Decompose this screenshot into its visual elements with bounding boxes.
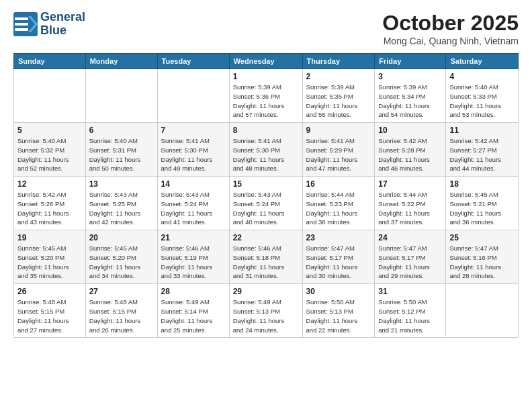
day-number: 19 <box>17 233 82 242</box>
calendar-cell: 21Sunrise: 5:46 AM Sunset: 5:19 PM Dayli… <box>157 230 229 284</box>
calendar-cell: 30Sunrise: 5:50 AM Sunset: 5:13 PM Dayli… <box>302 284 375 338</box>
week-row-1: 5Sunrise: 5:40 AM Sunset: 5:32 PM Daylig… <box>14 123 519 177</box>
col-header-tuesday: Tuesday <box>157 54 229 69</box>
calendar-cell: 16Sunrise: 5:44 AM Sunset: 5:23 PM Dayli… <box>302 177 375 230</box>
title-block: October 2025 Mong Cai, Quang Ninh, Vietn… <box>382 11 519 46</box>
day-info: Sunrise: 5:41 AM Sunset: 5:30 PM Dayligh… <box>233 136 299 173</box>
day-number: 10 <box>378 126 442 135</box>
day-info: Sunrise: 5:50 AM Sunset: 5:12 PM Dayligh… <box>378 298 442 334</box>
page: General Blue October 2025 Mong Cai, Quan… <box>0 0 532 345</box>
day-number: 15 <box>233 179 299 189</box>
day-number: 1 <box>233 72 299 81</box>
day-info: Sunrise: 5:47 AM Sunset: 5:17 PM Dayligh… <box>378 244 442 281</box>
day-info: Sunrise: 5:44 AM Sunset: 5:22 PM Dayligh… <box>378 190 442 227</box>
day-info: Sunrise: 5:42 AM Sunset: 5:27 PM Dayligh… <box>449 136 515 173</box>
calendar-cell: 23Sunrise: 5:47 AM Sunset: 5:17 PM Dayli… <box>302 230 375 284</box>
day-number: 26 <box>17 287 82 296</box>
week-row-4: 26Sunrise: 5:48 AM Sunset: 5:15 PM Dayli… <box>14 284 519 338</box>
day-number: 16 <box>306 179 371 189</box>
calendar-header-row: SundayMondayTuesdayWednesdayThursdayFrid… <box>14 54 519 69</box>
header: General Blue October 2025 Mong Cai, Quan… <box>13 11 519 46</box>
day-info: Sunrise: 5:50 AM Sunset: 5:13 PM Dayligh… <box>306 298 371 334</box>
day-info: Sunrise: 5:39 AM Sunset: 5:35 PM Dayligh… <box>306 83 371 120</box>
calendar-cell: 12Sunrise: 5:42 AM Sunset: 5:26 PM Dayli… <box>14 177 86 230</box>
day-info: Sunrise: 5:49 AM Sunset: 5:13 PM Dayligh… <box>233 298 299 334</box>
day-number: 21 <box>161 233 226 242</box>
calendar-cell: 31Sunrise: 5:50 AM Sunset: 5:12 PM Dayli… <box>375 284 446 338</box>
calendar-cell: 27Sunrise: 5:48 AM Sunset: 5:15 PM Dayli… <box>85 284 157 338</box>
calendar-cell: 29Sunrise: 5:49 AM Sunset: 5:13 PM Dayli… <box>229 284 302 338</box>
logo-text: General Blue <box>40 11 85 38</box>
month-title: October 2025 <box>382 11 519 36</box>
week-row-3: 19Sunrise: 5:45 AM Sunset: 5:20 PM Dayli… <box>14 230 519 284</box>
calendar-cell: 6Sunrise: 5:40 AM Sunset: 5:31 PM Daylig… <box>85 123 157 177</box>
day-info: Sunrise: 5:45 AM Sunset: 5:20 PM Dayligh… <box>89 244 154 281</box>
day-number: 22 <box>233 233 299 242</box>
day-number: 14 <box>161 179 226 189</box>
day-number: 7 <box>161 126 226 135</box>
calendar-cell: 2Sunrise: 5:39 AM Sunset: 5:35 PM Daylig… <box>302 69 375 123</box>
day-info: Sunrise: 5:42 AM Sunset: 5:26 PM Dayligh… <box>17 190 82 227</box>
calendar-cell: 22Sunrise: 5:46 AM Sunset: 5:18 PM Dayli… <box>229 230 302 284</box>
day-info: Sunrise: 5:39 AM Sunset: 5:34 PM Dayligh… <box>378 83 442 120</box>
day-number: 8 <box>233 126 299 135</box>
location: Mong Cai, Quang Ninh, Vietnam <box>382 36 519 46</box>
day-info: Sunrise: 5:41 AM Sunset: 5:30 PM Dayligh… <box>161 136 226 173</box>
col-header-sunday: Sunday <box>14 54 86 69</box>
day-number: 2 <box>306 72 371 81</box>
day-info: Sunrise: 5:41 AM Sunset: 5:29 PM Dayligh… <box>306 136 371 173</box>
day-number: 4 <box>449 72 515 81</box>
calendar-cell: 24Sunrise: 5:47 AM Sunset: 5:17 PM Dayli… <box>375 230 446 284</box>
day-number: 28 <box>161 287 226 296</box>
calendar-cell: 5Sunrise: 5:40 AM Sunset: 5:32 PM Daylig… <box>14 123 86 177</box>
calendar-table: SundayMondayTuesdayWednesdayThursdayFrid… <box>13 53 519 338</box>
day-info: Sunrise: 5:45 AM Sunset: 5:20 PM Dayligh… <box>17 244 82 281</box>
calendar-cell: 15Sunrise: 5:43 AM Sunset: 5:24 PM Dayli… <box>229 177 302 230</box>
day-info: Sunrise: 5:43 AM Sunset: 5:24 PM Dayligh… <box>161 190 226 227</box>
svg-rect-2 <box>15 17 28 20</box>
calendar-cell: 10Sunrise: 5:42 AM Sunset: 5:28 PM Dayli… <box>375 123 446 177</box>
day-info: Sunrise: 5:44 AM Sunset: 5:23 PM Dayligh… <box>306 190 371 227</box>
day-info: Sunrise: 5:47 AM Sunset: 5:16 PM Dayligh… <box>449 244 515 281</box>
calendar-cell: 8Sunrise: 5:41 AM Sunset: 5:30 PM Daylig… <box>229 123 302 177</box>
calendar-cell: 28Sunrise: 5:49 AM Sunset: 5:14 PM Dayli… <box>157 284 229 338</box>
svg-rect-4 <box>15 28 28 31</box>
day-info: Sunrise: 5:46 AM Sunset: 5:19 PM Dayligh… <box>161 244 226 281</box>
day-number: 29 <box>233 287 299 296</box>
calendar-cell: 1Sunrise: 5:39 AM Sunset: 5:36 PM Daylig… <box>229 69 302 123</box>
calendar-cell: 3Sunrise: 5:39 AM Sunset: 5:34 PM Daylig… <box>375 69 446 123</box>
calendar-cell: 26Sunrise: 5:48 AM Sunset: 5:15 PM Dayli… <box>14 284 86 338</box>
calendar-cell: 7Sunrise: 5:41 AM Sunset: 5:30 PM Daylig… <box>157 123 229 177</box>
day-info: Sunrise: 5:48 AM Sunset: 5:15 PM Dayligh… <box>89 298 154 334</box>
calendar-cell <box>14 69 86 123</box>
day-number: 30 <box>306 287 371 296</box>
day-info: Sunrise: 5:40 AM Sunset: 5:31 PM Dayligh… <box>89 136 154 173</box>
week-row-0: 1Sunrise: 5:39 AM Sunset: 5:36 PM Daylig… <box>14 69 519 123</box>
day-number: 5 <box>17 126 82 135</box>
calendar-cell: 4Sunrise: 5:40 AM Sunset: 5:33 PM Daylig… <box>446 69 519 123</box>
day-info: Sunrise: 5:42 AM Sunset: 5:28 PM Dayligh… <box>378 136 442 173</box>
day-number: 27 <box>89 287 154 296</box>
day-number: 24 <box>378 233 442 242</box>
day-number: 23 <box>306 233 371 242</box>
col-header-saturday: Saturday <box>446 54 519 69</box>
calendar-cell: 20Sunrise: 5:45 AM Sunset: 5:20 PM Dayli… <box>85 230 157 284</box>
col-header-wednesday: Wednesday <box>229 54 302 69</box>
logo: General Blue <box>13 11 85 38</box>
calendar-cell: 25Sunrise: 5:47 AM Sunset: 5:16 PM Dayli… <box>446 230 519 284</box>
logo-line2: Blue <box>40 24 85 38</box>
calendar-cell: 18Sunrise: 5:45 AM Sunset: 5:21 PM Dayli… <box>446 177 519 230</box>
day-number: 25 <box>449 233 515 242</box>
svg-rect-3 <box>15 23 28 26</box>
calendar-cell: 13Sunrise: 5:43 AM Sunset: 5:25 PM Dayli… <box>85 177 157 230</box>
day-number: 17 <box>378 179 442 189</box>
day-info: Sunrise: 5:40 AM Sunset: 5:33 PM Dayligh… <box>449 83 515 120</box>
calendar-cell: 17Sunrise: 5:44 AM Sunset: 5:22 PM Dayli… <box>375 177 446 230</box>
day-info: Sunrise: 5:43 AM Sunset: 5:25 PM Dayligh… <box>89 190 154 227</box>
day-number: 11 <box>449 126 515 135</box>
day-number: 12 <box>17 179 82 189</box>
day-number: 6 <box>89 126 154 135</box>
day-info: Sunrise: 5:39 AM Sunset: 5:36 PM Dayligh… <box>233 83 299 120</box>
day-info: Sunrise: 5:40 AM Sunset: 5:32 PM Dayligh… <box>17 136 82 173</box>
calendar-cell: 19Sunrise: 5:45 AM Sunset: 5:20 PM Dayli… <box>14 230 86 284</box>
